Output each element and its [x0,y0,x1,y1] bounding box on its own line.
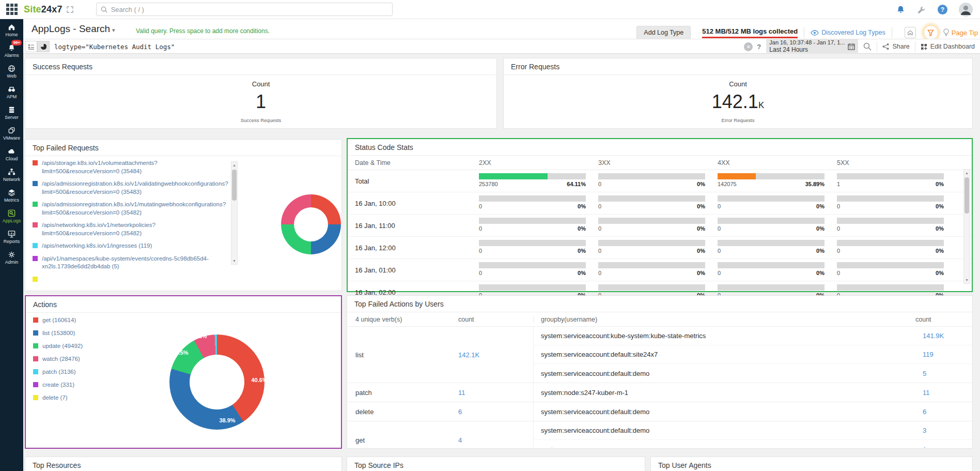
user-count-link[interactable]: 1 [923,446,972,448]
legend-item[interactable]: /api/v1/namespaces/kube-system/events/co… [33,255,230,271]
applogs-icon [7,209,16,218]
expand-icon[interactable] [67,6,73,13]
top-resources-panel: Top Resources [25,457,342,471]
status-cell: 00% [598,195,718,211]
verb-count-link[interactable]: 4 [458,421,533,448]
legend-item[interactable]: list (153800) [33,330,157,336]
user-count-link[interactable]: 119 [923,351,972,358]
site24x7-logo[interactable]: Site24x7 [24,4,63,15]
actions-panel: Actions get (160614)list (153800)update … [25,295,342,449]
user-count-link[interactable]: 3 [923,427,972,434]
legend-swatch [33,222,38,227]
verb-count-link[interactable]: 6 [458,402,533,421]
panel-title: Top Resources [25,457,341,471]
top-bar: Site24x7 Search ( / ) ? [0,0,980,19]
top-failed-requests-panel: Top Failed Requests /apis/storage.k8s.io… [25,139,342,291]
legend-swatch [33,382,38,387]
status-cell: 00% [837,262,956,278]
sidebar-item-admin[interactable]: Admin [0,247,23,267]
user-row: system:anonymous 1 [534,440,972,448]
status-cell: 00% [598,240,718,255]
legend-item[interactable]: /apis/networking.k8s.io/v1/networkpolici… [33,221,230,237]
user-row: system:serviceaccount:default:demo 5 [534,364,972,383]
user-row: system:serviceaccount:default:demo 6 [534,402,972,421]
legend-item[interactable]: get (160614) [33,317,157,323]
verb-count-link[interactable]: 142.1K [458,327,533,383]
gear-icon [7,250,16,259]
metric-label: Count [504,80,972,88]
status-cell: 00% [479,218,598,233]
legend-item[interactable]: delete (7) [33,394,157,401]
verb-count-link[interactable]: 11 [458,383,533,402]
status-table-row: Total 25378064.11% 00% 14207535.89% 10% [348,170,972,192]
failed-actions-group: get4 system:serviceaccount:default:demo … [347,421,972,448]
status-cell: 25378064.11% [479,173,598,189]
legend-item[interactable]: create (331) [33,382,157,388]
legend-swatch [33,256,38,261]
user-count-link[interactable]: 141.9K [923,332,972,340]
sidebar-item-alarms[interactable]: 99+Alarms [0,40,23,60]
top-user-agents-panel: Top User Agents [650,457,973,471]
legend-item[interactable]: patch (3136) [33,369,157,375]
panel-title: Top User Agents [651,457,972,471]
legend-swatch [33,202,38,207]
legend-item[interactable]: /apis/storage.k8s.io/v1/volumeattachment… [33,159,230,175]
panel-title: Success Requests [25,58,496,75]
status-code-stats-panel: Status Code Stats Date & Time2XX3XX4XX5X… [347,138,973,292]
top-source-ips-panel: Top Source IPs [347,457,645,471]
user-avatar[interactable] [959,3,973,17]
status-table-body: Total 25378064.11% 00% 14207535.89% 10%1… [348,170,972,300]
user-row: system:serviceaccount:default:site24x7 1… [534,345,972,364]
user-count-link[interactable]: 11 [923,389,972,397]
binoculars-icon [7,85,16,94]
legend-item-partial[interactable] [33,276,230,282]
user-count-link[interactable]: 6 [923,408,972,416]
legend-item[interactable]: watch (28476) [33,356,157,362]
legend-item[interactable]: /apis/admissionregistration.k8s.io/v1/mu… [33,201,230,217]
legend-item[interactable]: /apis/networking.k8s.io/v1/ingresses (11… [33,242,230,250]
sidebar-item-metrics[interactable]: Metrics [0,185,23,205]
status-cell: 00% [837,195,956,211]
sidebar-item-web[interactable]: Web [0,60,23,81]
legend-swatch [33,356,38,361]
donut-percent-label: 40.6% [251,377,267,383]
failed-actions-group: patch11 system:node:s247-kuber-m-1 11 [347,383,972,402]
user-row: system:serviceaccount:kube-system:kube-s… [534,327,972,345]
sidebar-item-reports[interactable]: Reports [0,226,23,247]
verb-cell: delete [347,402,458,421]
status-cell: 00% [718,195,837,211]
status-table-header: Date & Time2XX3XX4XX5XX [348,156,972,170]
notifications-bell-icon[interactable] [896,5,906,14]
verb-cell: list [347,327,458,383]
sidebar-item-apm[interactable]: APM [0,81,23,102]
global-search-input[interactable]: Search ( / ) [96,3,393,16]
status-table-row: 16 Jan, 11:00 00% 00% 00% 00% [348,215,972,237]
legend-item[interactable]: update (49492) [33,343,157,349]
tools-wrench-icon[interactable] [917,5,926,14]
sidebar-item-home[interactable]: Home [0,19,23,40]
status-table-scrollbar[interactable]: ▲ ▼ [963,169,970,284]
failed-requests-legend: /apis/storage.k8s.io/v1/volumeattachment… [33,159,230,287]
legend-swatch [33,243,38,248]
user-row: system:serviceaccount:default:demo 3 [534,421,972,440]
verb-cell: get [347,421,458,448]
help-icon[interactable]: ? [938,5,947,14]
failed-actions-group: list142.1K system:serviceaccount:kube-sy… [347,327,972,383]
app-grid-icon[interactable] [6,4,18,15]
sidebar-item-vmware[interactable]: VMware [0,123,23,143]
globe-icon [7,64,16,73]
failed-requests-donut-chart[interactable] [281,194,341,254]
legend-item[interactable]: /apis/admissionregistration.k8s.io/v1/va… [33,180,230,196]
vmware-icon [7,126,16,135]
sidebar-nav: Home99+AlarmsWebAPMServerVMwareCloudNetw… [0,19,23,471]
sidebar-item-network[interactable]: Network [0,164,23,185]
sidebar-item-applogs[interactable]: AppLogs [0,205,23,226]
search-icon [101,6,107,13]
status-table-row: 16 Jan, 01:00 00% 00% 00% 00% [348,259,972,281]
sidebar-item-cloud[interactable]: Cloud [0,143,23,164]
sidebar-item-server[interactable]: Server [0,102,23,123]
legend-scrollbar[interactable]: ▲ ▼ [231,161,238,265]
verb-cell: patch [347,383,458,402]
user-count-link[interactable]: 5 [923,370,972,377]
actions-donut-chart[interactable] [169,335,265,430]
